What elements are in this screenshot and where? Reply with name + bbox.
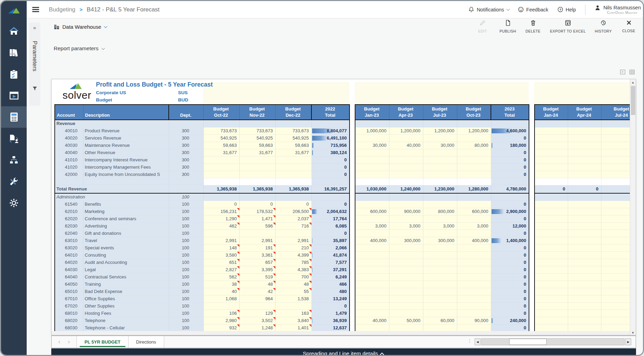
input-cell[interactable] — [423, 324, 457, 331]
input-cell[interactable] — [355, 310, 389, 317]
input-cell[interactable]: 1,200,000 — [423, 127, 457, 134]
input-cell[interactable] — [568, 208, 601, 215]
input-cell[interactable] — [423, 156, 457, 163]
sidebar-item-budgeting-calculator[interactable] — [1, 106, 27, 128]
input-cell[interactable]: 2,991 — [275, 237, 311, 244]
input-cell[interactable] — [355, 244, 389, 251]
input-cell[interactable]: 300,000 — [423, 237, 457, 244]
menu-icon[interactable] — [32, 6, 39, 14]
input-cell[interactable]: 3,840 — [275, 317, 311, 324]
input-cell[interactable] — [275, 230, 311, 237]
input-cell[interactable] — [389, 163, 423, 171]
input-cell[interactable]: 1,200,000 — [457, 127, 491, 134]
input-cell[interactable] — [535, 156, 568, 163]
horizontal-scroll-thumb[interactable] — [509, 339, 547, 345]
input-cell[interactable] — [535, 171, 568, 178]
input-cell[interactable] — [535, 201, 568, 208]
input-cell[interactable] — [568, 324, 601, 331]
input-cell[interactable]: 4,399 — [275, 251, 311, 259]
input-cell[interactable] — [457, 134, 491, 142]
input-cell[interactable] — [423, 163, 457, 171]
input-cell[interactable]: 3,000 — [423, 222, 457, 230]
input-cell[interactable]: 59,663 — [239, 142, 275, 149]
input-cell[interactable] — [355, 156, 389, 163]
sidebar-item-admin-tools[interactable] — [1, 171, 27, 192]
input-cell[interactable] — [423, 171, 457, 178]
horizontal-scrollbar[interactable] — [481, 338, 625, 345]
input-cell[interactable] — [568, 230, 601, 237]
input-cell[interactable]: 1,200,000 — [389, 127, 423, 134]
input-cell[interactable]: 4,383 — [275, 266, 311, 273]
input-cell[interactable]: 42 — [239, 288, 275, 295]
input-cell[interactable]: 30,000 — [423, 142, 457, 149]
input-cell[interactable]: 210 — [275, 244, 311, 251]
input-cell[interactable] — [601, 149, 630, 156]
data-source-selector[interactable]: Data Warehouse — [54, 24, 106, 30]
input-cell[interactable] — [457, 310, 491, 317]
input-cell[interactable]: 148 — [203, 244, 239, 251]
input-cell[interactable] — [568, 281, 601, 288]
input-cell[interactable] — [423, 288, 457, 295]
input-cell[interactable] — [601, 208, 630, 215]
sheet-tab-pl-5yr-budget[interactable]: PL 5YR BUDGET — [77, 336, 129, 348]
input-cell[interactable]: 519 — [239, 273, 275, 281]
input-cell[interactable] — [457, 149, 491, 156]
input-cell[interactable] — [457, 259, 491, 266]
input-cell[interactable] — [535, 244, 568, 251]
input-cell[interactable] — [601, 237, 630, 244]
input-cell[interactable] — [457, 324, 491, 331]
input-cell[interactable]: 55 — [275, 288, 311, 295]
input-cell[interactable]: 2,980 — [203, 317, 239, 324]
input-cell[interactable] — [535, 127, 568, 134]
input-cell[interactable]: 733,673 — [275, 127, 311, 134]
input-cell[interactable] — [601, 281, 630, 288]
input-cell[interactable] — [457, 281, 491, 288]
input-cell[interactable] — [601, 259, 630, 266]
input-cell[interactable]: 3,000 — [389, 222, 423, 230]
input-cell[interactable]: 30,000 — [355, 142, 389, 149]
input-cell[interactable]: 59,663 — [203, 142, 239, 149]
input-cell[interactable]: 932 — [203, 324, 239, 331]
input-cell[interactable] — [239, 302, 275, 310]
input-cell[interactable] — [275, 163, 311, 171]
input-cell[interactable]: 3,000 — [457, 222, 491, 230]
input-cell[interactable]: 129 — [239, 310, 275, 317]
input-cell[interactable] — [423, 230, 457, 237]
input-cell[interactable] — [535, 134, 568, 142]
sidebar-item-process-flow[interactable] — [1, 149, 27, 171]
expand-panel-icon[interactable]: » — [33, 25, 36, 30]
parameters-collapsed-panel[interactable]: » Parameters — [29, 23, 40, 106]
input-cell[interactable] — [457, 230, 491, 237]
input-cell[interactable] — [355, 215, 389, 222]
splitter-handle[interactable]: ⋮ — [467, 338, 473, 344]
input-cell[interactable] — [389, 288, 423, 295]
breadcrumb-section[interactable]: Budgeting — [49, 6, 76, 13]
input-cell[interactable] — [568, 266, 601, 273]
input-cell[interactable] — [457, 156, 491, 163]
input-cell[interactable] — [457, 244, 491, 251]
input-cell[interactable]: 600,000 — [355, 208, 389, 215]
input-cell[interactable]: 964 — [239, 295, 275, 302]
input-cell[interactable] — [568, 295, 601, 302]
notifications-button[interactable]: Notifications — [468, 7, 509, 12]
input-cell[interactable]: 596 — [239, 222, 275, 230]
input-cell[interactable] — [389, 302, 423, 310]
input-cell[interactable]: 60,000 — [423, 317, 457, 324]
input-cell[interactable] — [568, 317, 601, 324]
input-cell[interactable] — [203, 163, 239, 171]
vertical-scrollbar[interactable]: ▲ ▼ — [630, 79, 636, 335]
input-cell[interactable]: 3,361 — [239, 251, 275, 259]
hscroll-left-icon[interactable]: ◀ — [475, 338, 480, 345]
input-cell[interactable] — [601, 230, 630, 237]
input-cell[interactable] — [239, 171, 275, 178]
input-cell[interactable]: 733,673 — [203, 127, 239, 134]
delete-button[interactable]: DELETE — [525, 20, 541, 33]
input-cell[interactable] — [355, 266, 389, 273]
input-cell[interactable] — [355, 324, 389, 331]
input-cell[interactable]: 540,925 — [203, 134, 239, 142]
input-cell[interactable] — [568, 142, 601, 149]
input-cell[interactable] — [568, 302, 601, 310]
input-cell[interactable] — [568, 171, 601, 178]
input-cell[interactable]: 562 — [203, 273, 239, 281]
input-cell[interactable] — [535, 273, 568, 281]
